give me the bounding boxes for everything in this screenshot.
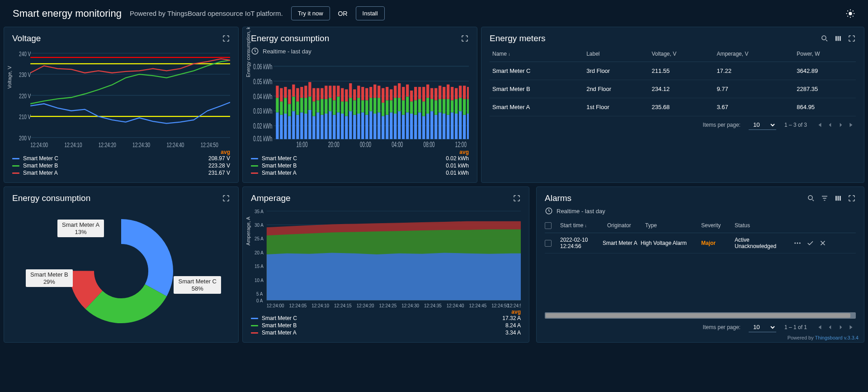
alarm-originator: Smart Meter A <box>603 240 639 246</box>
legend-swatch <box>12 172 19 174</box>
legend-item[interactable]: Smart Meter B8.24 A <box>251 322 521 329</box>
svg-text:12:24:05: 12:24:05 <box>289 302 307 308</box>
row-checkbox[interactable] <box>545 240 552 247</box>
svg-rect-80 <box>329 86 331 98</box>
page-last-icon[interactable] <box>848 323 856 331</box>
page-first-icon[interactable] <box>815 323 823 331</box>
svg-rect-157 <box>434 100 437 115</box>
col-label[interactable]: Label <box>584 46 649 62</box>
svg-text:12:24:10: 12:24:10 <box>311 302 329 308</box>
col-name[interactable]: Name↓ <box>490 46 584 62</box>
meters-widget: Energy meters Name↓ Label Voltage, V Amp… <box>481 27 864 183</box>
svg-rect-49 <box>288 104 291 116</box>
legend-item[interactable]: Smart Meter A231.67 V <box>12 170 230 176</box>
search-icon[interactable] <box>821 34 829 43</box>
svg-rect-117 <box>382 116 384 139</box>
try-button[interactable]: Try it now <box>291 6 330 20</box>
svg-text:240 V: 240 V <box>19 49 31 57</box>
install-button[interactable]: Install <box>356 6 385 20</box>
energy-bar-chart: Energy consumption, kWh 0.06 kWh0.05 kWh… <box>251 59 469 148</box>
filter-icon[interactable] <box>821 194 829 202</box>
thingsboard-link[interactable]: Thingsboard v.3.3.4 <box>815 335 859 340</box>
search-icon[interactable] <box>807 194 815 202</box>
svg-rect-163 <box>443 99 445 114</box>
cell-power: 2287.35 <box>794 80 856 98</box>
svg-rect-149 <box>422 87 425 101</box>
svg-rect-125 <box>390 89 392 100</box>
page-prev-icon[interactable] <box>826 121 834 129</box>
svg-rect-128 <box>394 86 396 98</box>
fullscreen-icon[interactable] <box>848 194 856 202</box>
svg-text:20 A: 20 A <box>255 249 264 255</box>
svg-rect-145 <box>418 99 421 112</box>
cell-voltage: 211.55 <box>649 62 714 80</box>
page-prev-icon[interactable] <box>826 323 834 331</box>
col-power[interactable]: Power, W <box>794 46 856 62</box>
cell-voltage: 235.68 <box>649 98 714 116</box>
legend-name: Smart Meter B <box>262 163 297 169</box>
col-amperage[interactable]: Amperage, V <box>714 46 794 62</box>
col-voltage[interactable]: Voltage, V <box>649 46 714 62</box>
cell-power: 3642.89 <box>794 62 856 80</box>
svg-rect-90 <box>345 116 348 139</box>
select-all-checkbox[interactable] <box>545 222 552 229</box>
fullscreen-icon[interactable] <box>461 34 469 43</box>
donut-label-b: Smart Meter B29% <box>26 269 73 287</box>
col-type[interactable]: Type <box>645 222 699 229</box>
svg-text:12:24:15: 12:24:15 <box>334 302 352 308</box>
col-start-time[interactable]: Start time↓ <box>560 222 605 229</box>
horizontal-scrollbar[interactable] <box>545 312 856 319</box>
legend-item[interactable]: Smart Meter A3.34 A <box>251 330 521 336</box>
svg-rect-132 <box>402 115 405 139</box>
fullscreen-icon[interactable] <box>513 194 521 202</box>
svg-rect-91 <box>345 101 348 116</box>
fullscreen-icon[interactable] <box>222 34 230 43</box>
meters-pager: Items per page: 10 1 – 3 of 3 <box>490 116 856 134</box>
energy-bar-title: Energy consumption <box>251 33 329 43</box>
svg-rect-76 <box>325 99 327 114</box>
col-status[interactable]: Status <box>735 222 784 229</box>
clear-icon[interactable] <box>819 239 827 247</box>
page-first-icon[interactable] <box>815 121 823 129</box>
sun-icon[interactable] <box>845 9 855 19</box>
svg-rect-104 <box>361 87 364 100</box>
ack-icon[interactable] <box>806 239 814 247</box>
table-row[interactable]: Smart Meter C3rd Floor211.5517.223642.89 <box>490 62 856 80</box>
svg-text:12:24:00: 12:24:00 <box>30 141 48 148</box>
svg-rect-50 <box>288 89 291 104</box>
col-originator[interactable]: Originator <box>607 222 643 229</box>
page-last-icon[interactable] <box>848 121 856 129</box>
svg-rect-95 <box>349 83 352 98</box>
columns-icon[interactable] <box>834 34 842 43</box>
svg-rect-75 <box>325 114 327 139</box>
fullscreen-icon[interactable] <box>848 34 856 43</box>
table-row[interactable]: Smart Meter A1st Floor235.683.67864.95 <box>490 98 856 116</box>
columns-icon[interactable] <box>834 194 842 202</box>
legend-item[interactable]: Smart Meter B0.01 kWh <box>251 163 469 169</box>
cell-name: Smart Meter A <box>490 98 584 116</box>
legend-item[interactable]: Smart Meter C208.97 V <box>12 155 230 162</box>
svg-rect-127 <box>394 98 396 114</box>
svg-text:25 A: 25 A <box>255 236 264 242</box>
legend-item[interactable]: Smart Meter A0.01 kWh <box>251 170 469 176</box>
page-next-icon[interactable] <box>837 323 845 331</box>
svg-rect-52 <box>292 96 295 111</box>
col-severity[interactable]: Severity <box>701 222 733 229</box>
legend-item[interactable]: Smart Meter B223.28 V <box>12 163 230 169</box>
ipp-select[interactable]: 10 <box>749 120 776 130</box>
more-icon[interactable] <box>793 239 802 247</box>
sort-down-icon: ↓ <box>508 52 510 57</box>
page-next-icon[interactable] <box>837 121 845 129</box>
fullscreen-icon[interactable] <box>222 194 230 202</box>
svg-rect-148 <box>422 101 425 116</box>
svg-rect-65 <box>308 82 311 96</box>
table-row[interactable]: Smart Meter B2nd Floor234.129.772287.35 <box>490 80 856 98</box>
alarm-row[interactable]: 2022-02-10 12:24:56 Smart Meter A High V… <box>545 233 856 253</box>
avg-label: avg <box>251 149 469 155</box>
legend-item[interactable]: Smart Meter C0.02 kWh <box>251 155 469 162</box>
svg-rect-131 <box>398 83 401 98</box>
svg-rect-144 <box>418 112 421 139</box>
ipp-select[interactable]: 10 <box>749 322 776 332</box>
svg-rect-120 <box>386 115 388 139</box>
legend-item[interactable]: Smart Meter C17.32 A <box>251 315 521 321</box>
